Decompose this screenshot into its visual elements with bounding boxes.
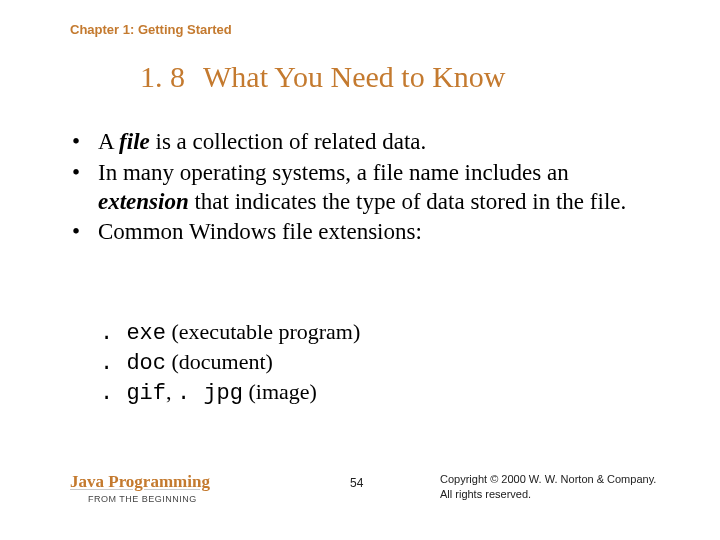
- section-number: 1. 8: [140, 60, 185, 93]
- extension-row: . gif, . jpg (image): [100, 378, 360, 408]
- chapter-header: Chapter 1: Getting Started: [70, 22, 232, 37]
- bullet-marker: •: [70, 159, 98, 217]
- ext-desc: (document): [166, 349, 273, 374]
- footer: Java Programming FROM THE BEGINNING 54 C…: [0, 466, 720, 514]
- bullet-pre: Common Windows file extensions:: [98, 219, 422, 244]
- ext-code: . doc: [100, 351, 166, 376]
- extensions-list: . exe (executable program) . doc (docume…: [100, 318, 360, 408]
- page-number: 54: [350, 476, 363, 490]
- bullet-pre: In many operating systems, a file name i…: [98, 160, 569, 185]
- section-title: 1. 8What You Need to Know: [140, 60, 505, 94]
- bullet-text: A file is a collection of related data.: [98, 128, 660, 157]
- bullet-marker: •: [70, 128, 98, 157]
- bullet-text: In many operating systems, a file name i…: [98, 159, 660, 217]
- bullet-marker: •: [70, 218, 98, 247]
- bullet-item: • A file is a collection of related data…: [70, 128, 660, 157]
- book-title-block: Java Programming FROM THE BEGINNING: [70, 472, 210, 504]
- bullet-text: Common Windows file extensions:: [98, 218, 660, 247]
- extension-row: . exe (executable program): [100, 318, 360, 348]
- ext-sep: ,: [166, 379, 177, 404]
- bullet-pre: A: [98, 129, 119, 154]
- copyright: Copyright © 2000 W. W. Norton & Company.…: [440, 472, 670, 502]
- content-area: • A file is a collection of related data…: [70, 128, 660, 249]
- copyright-line: Copyright © 2000 W. W. Norton & Company.: [440, 472, 670, 487]
- book-subtitle: FROM THE BEGINNING: [88, 494, 210, 504]
- extension-row: . doc (document): [100, 348, 360, 378]
- bullet-item: • In many operating systems, a file name…: [70, 159, 660, 217]
- ext-code: . jpg: [177, 381, 243, 406]
- ext-desc: (image): [243, 379, 317, 404]
- bullet-em: file: [119, 129, 150, 154]
- book-main-title: Java Programming: [70, 472, 210, 492]
- ext-code: . gif: [100, 381, 166, 406]
- ext-code: . exe: [100, 321, 166, 346]
- bullet-post: that indicates the type of data stored i…: [189, 189, 627, 214]
- bullet-item: • Common Windows file extensions:: [70, 218, 660, 247]
- ext-desc: (executable program): [166, 319, 360, 344]
- section-heading: What You Need to Know: [203, 60, 505, 93]
- copyright-line: All rights reserved.: [440, 487, 670, 502]
- bullet-em: extension: [98, 189, 189, 214]
- bullet-post: is a collection of related data.: [150, 129, 427, 154]
